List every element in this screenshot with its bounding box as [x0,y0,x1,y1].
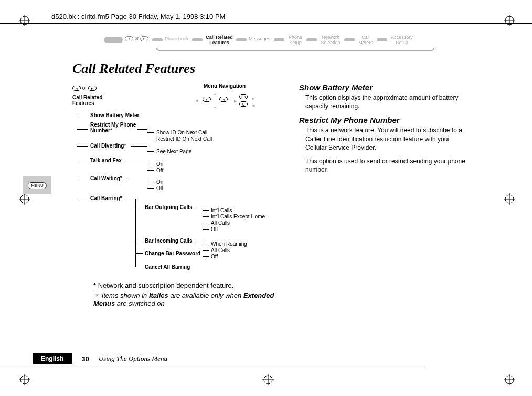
sub-all-calls: All Calls [211,247,230,253]
left-key-icon: ◂ [125,36,133,41]
right-key-icon: ▸ [140,36,148,41]
sub-restrict-id: Restrict ID On Next Call [156,136,212,142]
side-tab: MENU [23,176,51,194]
tree-line [194,241,203,241]
tree-line [135,241,143,241]
page-footer: English 30 Using The Options Menu [33,353,167,364]
tree-line [135,199,136,267]
footnote-hand: ☞ Items shown in Italics are available o… [93,291,288,307]
tree-line [203,229,209,230]
reg-mark-br [504,374,515,385]
sub-off: Off [156,185,163,191]
diagram-keys: ◂ or ▸ [72,85,97,91]
tree-line [203,241,203,256]
tree-line [203,216,209,217]
left-nav-key-icon: ◂ [219,96,228,102]
para-restrict-1: This is a network feature. You will need… [305,126,472,152]
hand-text-3: are switched on [115,299,165,307]
tree-line [77,199,88,199]
sub-intl-calls: Int'l Calls [211,207,232,213]
sub-change-bar-password: Change Bar Password [145,251,200,256]
ribbon-knob [104,37,123,43]
tree-line [135,267,143,267]
crumb-network-selection: Network Selection [319,35,342,45]
sub-off: Off [211,226,218,232]
crumb-call-meters: Call Meters [357,35,375,45]
sub-when-roaming: When Roaming [211,241,247,247]
or-label: or [82,85,87,91]
sub-bar-incoming: Bar Incoming Calls [145,238,193,244]
pill-connector [152,38,163,41]
right-column: Show Battery Meter This option displays … [299,83,472,307]
tree-line [194,207,203,207]
tree-line [77,161,88,161]
hand-text-1: Items shown in [102,291,149,299]
crumb-phone-setup: Phone Setup [286,35,304,45]
page-number: 30 [81,355,89,363]
tree-line [127,179,147,179]
tree-line [137,129,147,130]
tree-line [203,250,209,251]
sub-all-calls: All Calls [211,220,230,226]
tree-line [147,129,147,139]
hand-bold-1: Italics [149,291,168,299]
crumb-messages: Messages [249,36,270,41]
tree-line [135,253,143,254]
tree-line [147,179,147,188]
pill-connector [274,38,284,41]
arrow-up-icon [213,90,217,96]
pill-connector [344,38,355,41]
reg-mark-tl [19,15,30,26]
tree-line [203,256,209,257]
pill-connector [192,38,203,41]
tree-line [203,223,209,223]
nav-title: Menu Navigation [204,83,246,89]
reg-mark-tr [504,15,515,26]
arrow-right-icon [252,95,254,101]
tree-line [77,146,88,147]
left-key-icon: ◂ [72,86,81,91]
sub-off: Off [211,254,218,259]
page-title: Call Related Features [72,61,476,77]
reg-mark-bl [19,374,30,385]
item-call-waiting: Call Waiting* [90,175,122,181]
right-key-icon: ▸ [88,86,97,91]
footnote-star: * Network and subscription dependent fea… [93,282,288,289]
tree-line [147,146,147,151]
reg-mark-bc [262,374,274,385]
para-restrict-2: This option is used to send or restrict … [305,157,472,174]
tree-line [77,129,88,130]
tree-line [147,182,154,182]
sub-on: On [156,161,163,167]
sub-off: Off [156,168,163,173]
pill-connector [377,38,387,41]
tree-line [77,179,88,179]
item-call-diverting: Call Diverting* [90,143,126,149]
sub-see-next-page: See Next Page [156,149,191,154]
sub-cancel-all-barring: Cancel All Barring [145,264,190,270]
item-call-barring: Call Barring* [90,195,122,201]
tree-line [147,170,154,171]
tree-line [147,188,154,189]
tree-line [125,199,135,199]
menu-key-icon: MENU [28,182,47,189]
tree-line [135,207,143,207]
hand-text-2: are available only when [168,291,243,299]
tree-line [147,164,154,164]
tree-line [131,146,147,147]
tree-line [147,151,154,152]
pill-connector [306,38,317,41]
tree-line [203,210,209,211]
sub-intl-except-home: Int'l Calls Except Home [211,214,265,220]
star-text: Network and subscription dependent featu… [96,282,233,289]
reg-mark-ml [19,193,30,205]
tree-line [147,161,147,170]
menu-tree-diagram: ◂ or ▸ Call Related Features Menu Naviga… [72,83,288,277]
ok-key-icon: OK [239,93,248,99]
menu-breadcrumb: ◂ or ▸ Phonebook Call Related Features M… [104,32,440,56]
or-label: or [135,36,139,41]
right-nav-key-icon: ▸ [203,96,211,102]
arrow-left-icon [195,97,198,103]
arrow-right-icon [234,98,237,103]
c-key-icon: C [239,101,248,107]
